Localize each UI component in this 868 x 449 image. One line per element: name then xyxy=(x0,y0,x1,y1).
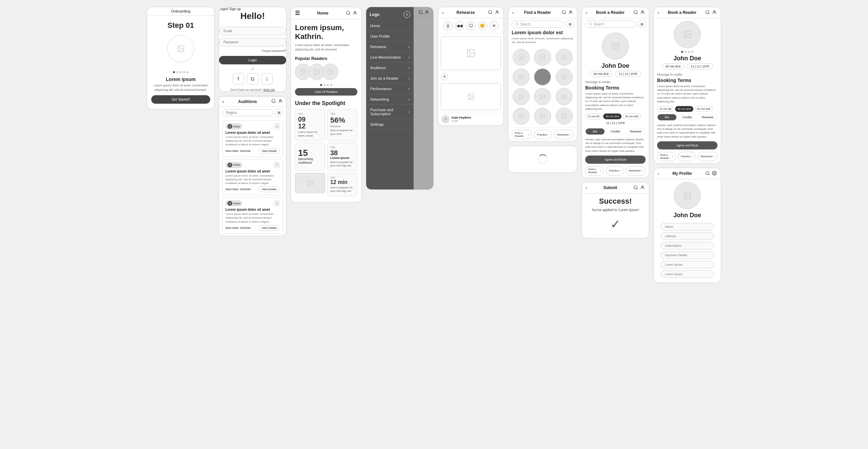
register-link[interactable]: Don't have an account? Sign Up xyxy=(219,88,286,91)
rehearse-pill[interactable]: Rehearse xyxy=(554,130,574,139)
book-right-practice-pill[interactable]: Practice xyxy=(678,152,696,161)
view-all-readers-button[interactable]: View All Readers xyxy=(295,88,357,96)
book-right-reviews-tab[interactable]: Reviews xyxy=(698,114,717,120)
home-profile-icon[interactable] xyxy=(353,11,357,16)
avatar-1[interactable] xyxy=(513,49,530,66)
book-left-search-icon[interactable] xyxy=(633,10,638,15)
filter-button[interactable]: ⊞ xyxy=(275,109,283,116)
avatar-11[interactable] xyxy=(534,108,551,125)
email-input[interactable] xyxy=(219,27,286,35)
book-right-find-pill[interactable]: Find a Reader xyxy=(657,152,676,161)
menu-item-settings[interactable]: Settings xyxy=(366,119,414,130)
address-field[interactable] xyxy=(660,232,714,240)
agree-book-button[interactable]: Agree and Book xyxy=(585,156,646,164)
menu-item-networking[interactable]: Networking xyxy=(366,94,414,105)
home-search-icon[interactable] xyxy=(346,11,351,16)
subscription-field[interactable] xyxy=(660,242,714,249)
bookmark-1[interactable]: ☐ xyxy=(274,123,280,129)
screen-share-button[interactable] xyxy=(466,21,476,30)
book-left-search-bar[interactable]: Search xyxy=(585,21,636,28)
book-right-search-icon[interactable] xyxy=(705,10,710,15)
submit-profile-icon[interactable] xyxy=(640,185,645,190)
book-right-pill-2[interactable]: 30 min $18 xyxy=(675,106,693,112)
book-left-back-icon[interactable]: ‹ xyxy=(586,11,587,15)
bio-tab[interactable]: Bio xyxy=(586,128,605,135)
profile-settings-icon[interactable] xyxy=(712,171,717,176)
password-input[interactable] xyxy=(219,38,286,46)
profile-search-icon[interactable] xyxy=(705,171,710,176)
duration-pill-1[interactable]: 30 min $18 xyxy=(590,71,612,77)
book-right-duration[interactable]: 30 min $18 xyxy=(662,63,684,69)
avatar-5-selected[interactable] xyxy=(534,68,551,85)
region-input[interactable] xyxy=(222,109,273,116)
name-field[interactable] xyxy=(660,223,714,230)
facebook-btn[interactable]: f xyxy=(233,73,244,85)
book-practice-pill[interactable]: Practice xyxy=(606,166,624,176)
avatar-2[interactable] xyxy=(534,49,551,66)
avatar-10[interactable] xyxy=(513,108,530,125)
menu-item-line-memorization[interactable]: Line Memorization xyxy=(366,52,414,63)
mini-mic-button[interactable] xyxy=(441,73,448,80)
back-icon[interactable]: ‹ xyxy=(222,99,224,104)
bookmark-3[interactable]: ☐ xyxy=(274,200,280,206)
find-search-icon[interactable] xyxy=(561,10,566,15)
mic-button[interactable] xyxy=(443,21,453,30)
book-right-back-icon[interactable]: ‹ xyxy=(658,11,659,15)
avatar-12[interactable] xyxy=(556,108,573,125)
find-search-bar[interactable]: Search xyxy=(512,21,564,28)
avatar-8[interactable] xyxy=(534,88,551,105)
submit-search-icon[interactable] xyxy=(633,185,638,190)
google-btn[interactable]: G xyxy=(247,73,258,85)
view-details-2[interactable]: View Details xyxy=(259,186,280,192)
book-left-profile-icon[interactable] xyxy=(640,10,645,15)
book-right-pill-1[interactable]: 15 min $5 xyxy=(657,106,674,112)
view-details-3[interactable]: View Details xyxy=(259,225,280,231)
avatar-6[interactable] xyxy=(556,68,573,85)
time-pill-2[interactable]: 30 min $18 xyxy=(603,114,622,119)
apple-btn[interactable]:  xyxy=(261,73,273,85)
rehearse-back-icon[interactable]: ‹ xyxy=(442,11,443,15)
rehearse-search-icon[interactable] xyxy=(488,10,493,15)
menu-item-performance[interactable]: Performance xyxy=(366,84,414,94)
avatar-3[interactable] xyxy=(556,49,573,66)
menu-item-user-profile[interactable]: User Profile xyxy=(366,31,414,42)
rehearse-profile-icon[interactable] xyxy=(495,10,499,15)
avatar-9[interactable] xyxy=(556,88,573,105)
menu-item-auditions[interactable]: Auditions xyxy=(366,63,414,73)
practice-pill[interactable]: Practice xyxy=(534,130,552,139)
book-find-pill[interactable]: Find a Reader xyxy=(585,166,604,176)
forgot-password-link[interactable]: Forgot password? xyxy=(219,49,286,53)
time-pill-3[interactable]: 60 min $30 xyxy=(623,114,641,119)
menu-item-join-reader[interactable]: Join as a Reader xyxy=(366,73,414,84)
bookmark-2[interactable]: ☐ xyxy=(274,162,280,168)
book-rehearse-pill[interactable]: Rehearse xyxy=(626,166,646,176)
menu-item-home[interactable]: Home xyxy=(366,21,414,31)
avatar-4[interactable] xyxy=(513,68,530,85)
book-right-profile-icon[interactable] xyxy=(712,10,717,15)
find-filter-button[interactable]: ⊞ xyxy=(566,20,574,28)
profile-back-icon[interactable]: ‹ xyxy=(658,171,659,176)
search-icon[interactable] xyxy=(271,99,276,104)
find-profile-icon[interactable] xyxy=(568,10,573,15)
find-reader-pill[interactable]: Find a Reader xyxy=(512,130,532,139)
menu-item-purchase[interactable]: Purchase and Subscription xyxy=(366,105,414,119)
rewind-button[interactable]: ◀◀ xyxy=(455,21,464,30)
payment-details-field[interactable] xyxy=(660,251,714,259)
login-button[interactable]: Login xyxy=(219,56,286,64)
credits-tab[interactable]: Credits xyxy=(606,128,625,135)
avatar-7[interactable] xyxy=(513,88,530,105)
profile-icon[interactable] xyxy=(278,99,283,104)
book-right-bio-tab[interactable]: Bio xyxy=(657,114,676,120)
emoji-button[interactable]: 🙂 xyxy=(478,21,487,30)
submit-back-icon[interactable]: ‹ xyxy=(586,186,587,190)
menu-item-rehearse[interactable]: Rehearse xyxy=(366,42,414,52)
time-pill-1[interactable]: 15 min $5 xyxy=(585,114,602,119)
menu-close-button[interactable]: × xyxy=(403,11,410,18)
find-back-icon[interactable]: ‹ xyxy=(512,11,514,15)
book-right-pill-3[interactable]: 60 min $30 xyxy=(695,106,713,112)
reviews-tab[interactable]: Reviews xyxy=(626,128,645,135)
book-right-credits-tab[interactable]: Credits xyxy=(678,114,697,120)
view-details-1[interactable]: View Details xyxy=(259,148,280,154)
lorem-ipsum-field-2[interactable] xyxy=(660,270,714,278)
hamburger-icon[interactable]: ☰ xyxy=(295,10,300,16)
